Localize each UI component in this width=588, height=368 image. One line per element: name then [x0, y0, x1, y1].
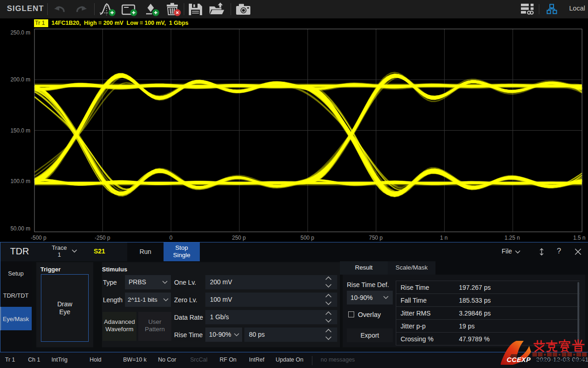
svg-text:www.hqcsw.net: www.hqcsw.net: [533, 356, 584, 364]
svg-text:CCEXP: CCEXP: [507, 356, 531, 363]
